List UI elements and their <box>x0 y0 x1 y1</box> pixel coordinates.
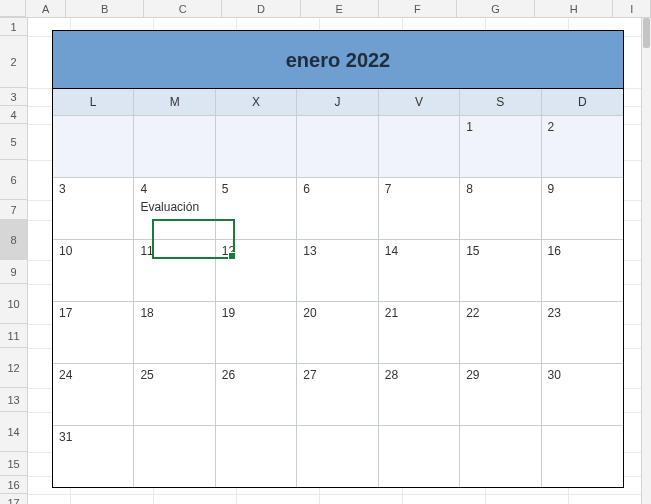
row-header-7[interactable]: 7 <box>0 200 27 220</box>
calendar-cell[interactable]: 13 <box>297 239 378 301</box>
calendar-cell[interactable] <box>379 425 460 487</box>
calendar-cell[interactable]: 18 <box>134 301 215 363</box>
day-number: 31 <box>59 430 72 444</box>
row-header-15[interactable]: 15 <box>0 452 27 476</box>
calendar-cell[interactable]: 14 <box>379 239 460 301</box>
day-number: 25 <box>140 368 153 382</box>
col-header-E[interactable]: E <box>301 0 379 17</box>
day-number: 28 <box>385 368 398 382</box>
day-number: 18 <box>140 306 153 320</box>
calendar-cell[interactable]: 22 <box>460 301 541 363</box>
day-number: 4 <box>140 182 147 196</box>
calendar-cell[interactable]: 31 <box>53 425 134 487</box>
calendar-cell[interactable]: 29 <box>460 363 541 425</box>
day-number: 7 <box>385 182 392 196</box>
calendar-cell[interactable]: 30 <box>542 363 623 425</box>
spreadsheet-grid[interactable]: enero 2022 LMXJVSD 1234Evaluación5678910… <box>28 18 651 504</box>
col-header-I[interactable]: I <box>613 0 651 17</box>
calendar-cell[interactable]: 4Evaluación <box>134 177 215 239</box>
calendar-cell[interactable] <box>297 115 378 177</box>
day-number: 16 <box>548 244 561 258</box>
calendar-event: Evaluación <box>140 200 208 214</box>
calendar-cell[interactable]: 7 <box>379 177 460 239</box>
calendar-cell[interactable] <box>297 425 378 487</box>
calendar-cell[interactable]: 28 <box>379 363 460 425</box>
calendar-grid: 1234Evaluación56789101112131415161718192… <box>53 115 623 487</box>
calendar-dow-row: LMXJVSD <box>53 89 623 115</box>
calendar-cell[interactable] <box>379 115 460 177</box>
calendar-cell[interactable] <box>216 115 297 177</box>
row-header-13[interactable]: 13 <box>0 388 27 412</box>
day-number: 12 <box>222 244 235 258</box>
calendar-cell[interactable]: 12 <box>216 239 297 301</box>
day-number: 15 <box>466 244 479 258</box>
row-header-12[interactable]: 12 <box>0 348 27 388</box>
select-all-corner[interactable] <box>0 0 26 17</box>
day-number: 11 <box>140 244 153 258</box>
calendar-cell[interactable]: 11 <box>134 239 215 301</box>
day-number: 3 <box>59 182 66 196</box>
col-header-G[interactable]: G <box>457 0 535 17</box>
row-header-17[interactable]: 17 <box>0 494 27 504</box>
row-header-6[interactable]: 6 <box>0 160 27 200</box>
calendar-cell[interactable]: 21 <box>379 301 460 363</box>
row-header-5[interactable]: 5 <box>0 124 27 160</box>
calendar-cell[interactable] <box>542 425 623 487</box>
calendar-cell[interactable]: 9 <box>542 177 623 239</box>
calendar-cell[interactable]: 2 <box>542 115 623 177</box>
calendar-cell[interactable]: 16 <box>542 239 623 301</box>
day-number: 9 <box>548 182 555 196</box>
calendar-cell[interactable]: 5 <box>216 177 297 239</box>
dow-D: D <box>542 89 623 115</box>
calendar-cell[interactable]: 25 <box>134 363 215 425</box>
dow-X: X <box>216 89 297 115</box>
scrollbar-thumb[interactable] <box>643 18 650 48</box>
row-header-1[interactable]: 1 <box>0 18 27 36</box>
calendar-cell[interactable]: 3 <box>53 177 134 239</box>
day-number: 2 <box>548 120 555 134</box>
row-header-3[interactable]: 3 <box>0 88 27 106</box>
day-number: 21 <box>385 306 398 320</box>
day-number: 29 <box>466 368 479 382</box>
calendar-cell[interactable]: 19 <box>216 301 297 363</box>
day-number: 6 <box>303 182 310 196</box>
calendar-cell[interactable]: 23 <box>542 301 623 363</box>
calendar-cell[interactable] <box>216 425 297 487</box>
day-number: 19 <box>222 306 235 320</box>
row-header-14[interactable]: 14 <box>0 412 27 452</box>
row-header-16[interactable]: 16 <box>0 476 27 494</box>
calendar-cell[interactable]: 1 <box>460 115 541 177</box>
row-header-9[interactable]: 9 <box>0 260 27 284</box>
vertical-scrollbar[interactable] <box>641 18 651 504</box>
col-header-H[interactable]: H <box>535 0 613 17</box>
row-header-2[interactable]: 2 <box>0 36 27 88</box>
calendar-cell[interactable]: 10 <box>53 239 134 301</box>
calendar-cell[interactable]: 8 <box>460 177 541 239</box>
calendar-cell[interactable]: 24 <box>53 363 134 425</box>
day-number: 1 <box>466 120 473 134</box>
day-number: 24 <box>59 368 72 382</box>
col-header-D[interactable]: D <box>222 0 300 17</box>
calendar: enero 2022 LMXJVSD 1234Evaluación5678910… <box>52 30 624 488</box>
dow-M: M <box>134 89 215 115</box>
row-header-8[interactable]: 8 <box>0 220 27 260</box>
calendar-cell[interactable] <box>53 115 134 177</box>
col-header-A[interactable]: A <box>26 0 66 17</box>
calendar-cell[interactable]: 6 <box>297 177 378 239</box>
calendar-cell[interactable]: 20 <box>297 301 378 363</box>
row-header-4[interactable]: 4 <box>0 106 27 124</box>
calendar-cell[interactable] <box>134 425 215 487</box>
col-header-F[interactable]: F <box>379 0 457 17</box>
calendar-cell[interactable] <box>134 115 215 177</box>
day-number: 26 <box>222 368 235 382</box>
col-header-B[interactable]: B <box>66 0 144 17</box>
dow-L: L <box>53 89 134 115</box>
calendar-cell[interactable] <box>460 425 541 487</box>
calendar-cell[interactable]: 26 <box>216 363 297 425</box>
row-header-10[interactable]: 10 <box>0 284 27 324</box>
row-header-11[interactable]: 11 <box>0 324 27 348</box>
col-header-C[interactable]: C <box>144 0 222 17</box>
calendar-cell[interactable]: 27 <box>297 363 378 425</box>
calendar-cell[interactable]: 17 <box>53 301 134 363</box>
calendar-cell[interactable]: 15 <box>460 239 541 301</box>
